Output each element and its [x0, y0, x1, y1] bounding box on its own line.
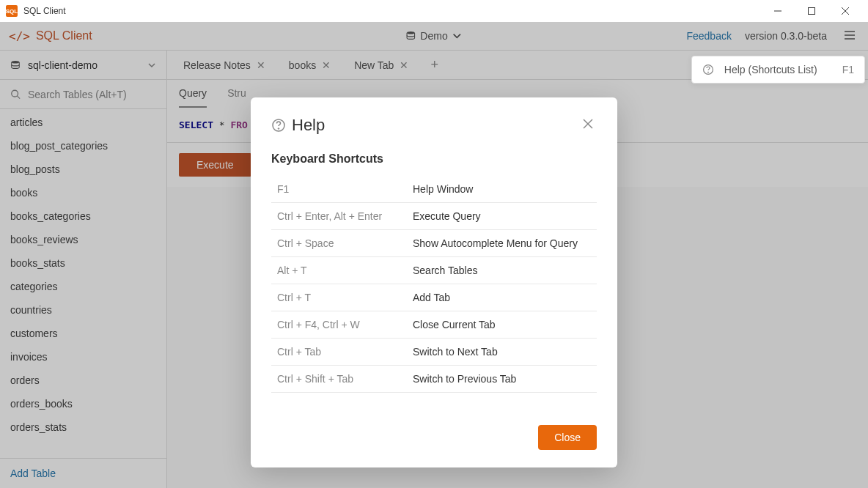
- shortcut-row: Ctrl + TAdd Tab: [271, 284, 597, 311]
- help-tooltip: Help (Shortcuts List) F1: [691, 56, 865, 84]
- window-title: SQL Client: [23, 6, 66, 16]
- modal-footer: Close: [271, 425, 597, 450]
- shortcut-key: Ctrl + Space: [277, 237, 413, 249]
- shortcut-row: Alt + TSearch Tables: [271, 257, 597, 284]
- close-window-button[interactable]: [828, 0, 862, 22]
- help-modal: Help Keyboard Shortcuts F1Help WindowCtr…: [251, 97, 617, 467]
- shortcut-key: Ctrl + Enter, Alt + Enter: [277, 210, 413, 222]
- shortcut-desc: Show Autocomplete Menu for Query: [413, 237, 591, 249]
- close-button[interactable]: Close: [538, 425, 597, 450]
- close-icon: [582, 118, 594, 130]
- shortcuts-list: F1Help WindowCtrl + Enter, Alt + EnterEx…: [271, 176, 597, 393]
- modal-close-button[interactable]: [579, 115, 597, 135]
- shortcut-key: Ctrl + T: [277, 292, 413, 303]
- shortcut-desc: Execute Query: [413, 210, 591, 222]
- shortcut-desc: Search Tables: [413, 265, 591, 276]
- help-icon: [271, 118, 286, 133]
- shortcut-desc: Help Window: [413, 183, 591, 195]
- svg-rect-1: [809, 8, 815, 15]
- shortcut-desc: Switch to Next Tab: [413, 346, 591, 358]
- svg-point-14: [278, 127, 279, 129]
- shortcut-row: Ctrl + F4, Ctrl + WClose Current Tab: [271, 311, 597, 339]
- maximize-button[interactable]: [795, 0, 828, 22]
- modal-section-title: Keyboard Shortcuts: [271, 152, 597, 166]
- modal-title: Help: [292, 116, 325, 135]
- shortcut-row: Ctrl + Enter, Alt + EnterExecute Query: [271, 203, 597, 230]
- app-icon: SQL: [6, 5, 18, 17]
- help-tooltip-label: Help (Shortcuts List): [724, 64, 817, 75]
- shortcut-key: Alt + T: [277, 265, 413, 276]
- window-titlebar: SQL SQL Client: [0, 0, 868, 22]
- shortcut-desc: Add Tab: [413, 292, 591, 303]
- shortcut-desc: Close Current Tab: [413, 319, 591, 330]
- window-controls: [761, 0, 862, 22]
- minimize-button[interactable]: [761, 0, 795, 22]
- shortcut-key: Ctrl + Shift + Tab: [277, 373, 413, 385]
- shortcut-row: Ctrl + TabSwitch to Next Tab: [271, 339, 597, 366]
- svg-point-12: [707, 72, 708, 73]
- shortcut-row: Ctrl + Shift + TabSwitch to Previous Tab: [271, 366, 597, 393]
- shortcut-key: Ctrl + F4, Ctrl + W: [277, 319, 413, 330]
- help-tooltip-key: F1: [842, 64, 854, 75]
- shortcut-row: Ctrl + SpaceShow Autocomplete Menu for Q…: [271, 230, 597, 257]
- modal-header: Help: [271, 115, 597, 135]
- help-icon: [702, 64, 714, 75]
- shortcut-desc: Switch to Previous Tab: [413, 373, 591, 385]
- shortcut-key: Ctrl + Tab: [277, 346, 413, 358]
- shortcut-key: F1: [277, 183, 413, 195]
- shortcut-row: F1Help Window: [271, 176, 597, 203]
